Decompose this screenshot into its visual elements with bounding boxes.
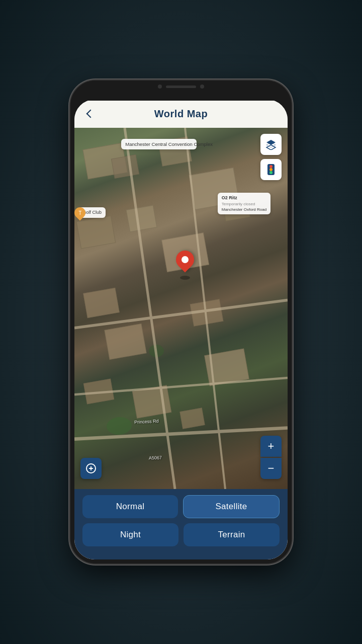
map-type-normal[interactable]: Normal [82,495,178,518]
traffic-icon [266,164,276,176]
pin-body [176,251,194,275]
app-header: World Map [74,100,288,128]
pin-shadow [180,276,190,280]
layers-button[interactable] [260,134,282,155]
location-pin [176,251,194,280]
layers-icon [265,139,277,150]
zoom-controls: + − [260,436,282,479]
zoom-in-button[interactable]: + [260,436,282,457]
back-button[interactable] [82,106,99,122]
map-label-o2ritz: O2 Ritz Temporarily closed Manchester Ox… [218,193,270,214]
camera-dot-2 [200,85,204,89]
traffic-button[interactable] [260,159,282,180]
locate-button[interactable] [80,458,102,479]
phone-screen: World Map [74,100,288,559]
svg-point-10 [269,168,273,171]
bottom-panel: Normal Satellite Night Terrain [74,489,288,559]
road-label-a5067: A5067 [149,455,162,460]
svg-line-3 [74,378,288,394]
map-type-row-1: Normal Satellite [82,495,280,518]
map-controls-top [260,134,282,180]
back-chevron-icon [86,110,95,118]
map-type-night[interactable]: Night [82,523,178,546]
phone-frame: World Map [70,80,292,564]
map-type-terrain[interactable]: Terrain [184,523,280,546]
phone-top-bar [70,80,292,101]
page-title: World Map [154,108,208,120]
zoom-out-button[interactable]: − [260,458,282,479]
target-icon [86,463,96,473]
map-type-row-2: Night Terrain [82,523,280,546]
phone-inner: World Map [74,100,288,559]
map-container[interactable]: Princess Rd A5067 Manchester Central Con… [74,128,288,489]
svg-point-9 [269,165,273,168]
map-type-satellite[interactable]: Satellite [183,495,280,518]
svg-point-11 [269,171,273,174]
camera-area [158,85,204,89]
camera-dot [158,85,162,89]
svg-line-2 [74,300,288,328]
pin-top [172,247,198,272]
roads-svg [74,128,288,489]
map-satellite-view: Princess Rd A5067 Manchester Central Con… [74,128,288,489]
svg-line-4 [74,428,288,439]
map-label-convention: Manchester Central Convention Complex [121,139,197,149]
speaker-bar [166,86,196,88]
